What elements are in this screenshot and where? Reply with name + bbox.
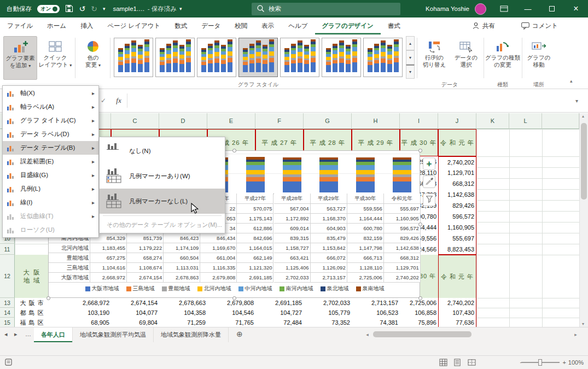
- avatar[interactable]: [475, 3, 486, 15]
- ribbon-tab[interactable]: 数式: [167, 17, 194, 34]
- column-header-D[interactable]: D: [159, 113, 207, 129]
- data-cell[interactable]: 105,779: [304, 308, 352, 318]
- row-header-11[interactable]: 11: [0, 244, 15, 255]
- hscroll-right-icon[interactable]: ▸: [572, 332, 580, 337]
- column-header-L[interactable]: L: [509, 113, 542, 129]
- data-cell[interactable]: 106,858: [400, 308, 438, 318]
- bar-segment[interactable]: [283, 162, 301, 165]
- ribbon-tab[interactable]: ホーム: [40, 17, 73, 34]
- share-button[interactable]: 共有: [471, 17, 495, 34]
- bar-segment[interactable]: [393, 174, 411, 177]
- row-label-cell[interactable]: 福 島 区: [15, 318, 49, 327]
- data-cell[interactable]: 69,804: [111, 318, 159, 327]
- bar-segment[interactable]: [356, 170, 375, 174]
- cell-J6[interactable]: 1,142,638: [438, 189, 476, 200]
- data-cell[interactable]: 2,713,157: [352, 298, 400, 308]
- data-cell[interactable]: 107,430: [438, 308, 476, 318]
- data-cell[interactable]: 106,523: [352, 308, 400, 318]
- chart-style-thumbnail[interactable]: [280, 38, 319, 77]
- column-header-G[interactable]: G: [304, 113, 352, 129]
- redo-button[interactable]: ↻: [91, 5, 97, 13]
- bar-segment[interactable]: [283, 165, 301, 170]
- cell-J3[interactable]: 2,740,202: [438, 156, 476, 167]
- hscroll-thumb[interactable]: [373, 331, 471, 337]
- page-break-preview-icon[interactable]: [464, 357, 479, 368]
- bar-segment[interactable]: [356, 162, 375, 165]
- legend-item[interactable]: 北河内地域: [197, 285, 231, 292]
- zoom-in-button[interactable]: +: [563, 359, 566, 366]
- vertical-scrollbar[interactable]: ▴ ▾: [579, 113, 588, 327]
- submenu-more-options[interactable]: その他のデータ テーブル オプション(M)...: [100, 218, 225, 232]
- collapse-ribbon-icon[interactable]: ▴: [570, 78, 573, 84]
- bar-segment[interactable]: [283, 157, 301, 160]
- lower-table-corner-header[interactable]: 大 阪地 域: [15, 255, 49, 298]
- bar-segment[interactable]: [246, 162, 265, 165]
- row-header-14[interactable]: 14: [0, 308, 15, 318]
- data-cell[interactable]: 71,259: [159, 318, 207, 327]
- lower-header-J12[interactable]: 令 和 元 年: [438, 255, 476, 298]
- sheet-overflow-indicator[interactable]: …: [25, 331, 31, 337]
- bar-segment[interactable]: [283, 177, 301, 181]
- fx-icon[interactable]: fx: [110, 96, 127, 105]
- cell-J7[interactable]: 829,426: [438, 200, 476, 211]
- legend-item[interactable]: 泉北地域: [321, 285, 349, 292]
- column-header-K[interactable]: K: [476, 113, 509, 129]
- ribbon-tab[interactable]: 挿入: [73, 17, 100, 34]
- ribbon-tab[interactable]: ページ レイアウト: [100, 17, 167, 34]
- bar-segment[interactable]: [283, 174, 301, 177]
- row-header-12[interactable]: 12: [0, 255, 15, 298]
- chart-selection-handle[interactable]: [418, 149, 422, 153]
- chart-selection-handle[interactable]: [418, 222, 422, 226]
- menu-item[interactable]: 近似曲線(T)▸: [3, 209, 98, 223]
- bar-segment[interactable]: [246, 165, 265, 170]
- add-chart-element-button[interactable]: グラフ要素 を追加 ▾: [3, 36, 37, 80]
- row-label-cell[interactable]: 大 阪 市: [15, 298, 49, 308]
- menu-item[interactable]: 目盛線(G)▸: [3, 168, 98, 182]
- switch-row-column-button[interactable]: 行/列の 切り替え: [419, 36, 450, 80]
- chart-selection-handle[interactable]: [232, 296, 236, 300]
- row-label-cell[interactable]: 都 島 区: [15, 308, 49, 318]
- cell-J8[interactable]: 596,572: [438, 211, 476, 222]
- bar-segment[interactable]: [246, 177, 265, 181]
- title-chevron-icon[interactable]: ▾: [179, 6, 182, 11]
- sheet-nav-left-icon[interactable]: ◂: [4, 331, 8, 338]
- data-cell[interactable]: 68,905: [49, 318, 111, 327]
- menu-item[interactable]: 線(I)▸: [3, 196, 98, 209]
- minimize-button[interactable]: —: [516, 0, 540, 17]
- data-cell[interactable]: 2,679,808: [207, 298, 255, 308]
- ribbon-tab[interactable]: ヘルプ: [281, 17, 315, 34]
- menu-item[interactable]: 凡例(L)▸: [3, 182, 98, 196]
- undo-button[interactable]: ↺: [79, 5, 85, 13]
- ribbon-display-options-icon[interactable]: [492, 0, 516, 17]
- gallery-more-button[interactable]: ▾: [406, 65, 415, 79]
- data-cell[interactable]: 2,674,154: [111, 298, 159, 308]
- ribbon-tab[interactable]: データ: [194, 17, 228, 34]
- search-input[interactable]: 検索: [252, 3, 400, 15]
- bar-segment[interactable]: [319, 174, 338, 177]
- cell-J11[interactable]: 8,823,453: [438, 244, 476, 255]
- maximize-button[interactable]: [540, 0, 564, 17]
- bar-segment[interactable]: [246, 181, 265, 192]
- change-colors-button[interactable]: 色の 変更 ▾: [77, 36, 109, 80]
- bar-segment[interactable]: [393, 177, 411, 181]
- data-cell[interactable]: 104,546: [207, 308, 255, 318]
- column-header-J[interactable]: J: [438, 113, 476, 129]
- autosave-toggle[interactable]: オン: [37, 5, 60, 13]
- ribbon-tab[interactable]: 書式: [381, 17, 407, 34]
- data-cell[interactable]: 73,352: [304, 318, 352, 327]
- row-header-13[interactable]: 13: [0, 298, 15, 308]
- menu-item[interactable]: 誤差範囲(E)▸: [3, 155, 98, 168]
- ribbon-tab[interactable]: グラフのデザイン: [315, 17, 381, 34]
- bar-segment[interactable]: [246, 174, 265, 177]
- chart-style-thumbnail[interactable]: [155, 38, 195, 77]
- bar-segment[interactable]: [356, 174, 375, 177]
- bar-segment[interactable]: [319, 162, 338, 165]
- bar-segment[interactable]: [393, 160, 411, 162]
- sheet-tab[interactable]: 各年人口: [34, 327, 73, 342]
- save-icon[interactable]: [65, 4, 73, 14]
- chart-styles-brush-button[interactable]: [423, 175, 435, 188]
- menu-item[interactable]: 軸(X)▸: [3, 86, 98, 100]
- submenu-item[interactable]: 凡例マーカーあり(W): [100, 163, 225, 189]
- ribbon-tab[interactable]: 校閲: [228, 17, 254, 34]
- cell-J9[interactable]: 1,160,905: [438, 222, 476, 233]
